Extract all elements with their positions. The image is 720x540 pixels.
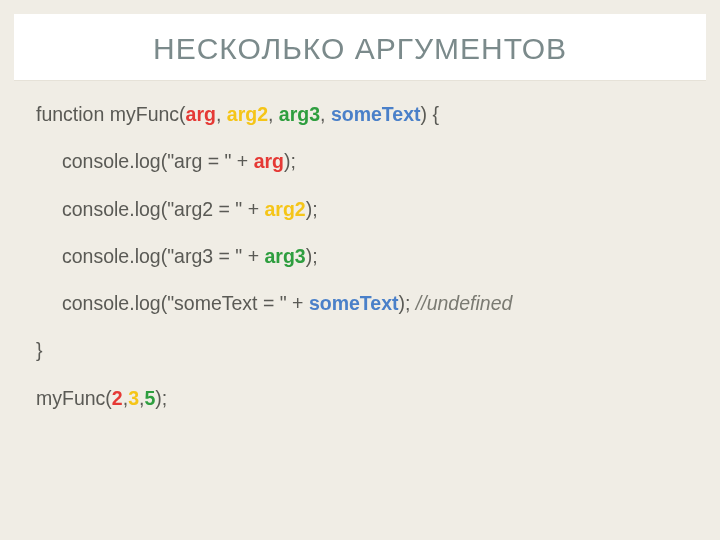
param-arg2: arg2 xyxy=(227,103,268,125)
code-line-log-sometext: console.log("someText = " + someText); /… xyxy=(36,290,686,317)
console-log: console.log( xyxy=(62,198,167,220)
string-literal: "someText = " xyxy=(167,292,287,314)
code-line-func-decl: function myFunc(arg, arg2, arg3, someTex… xyxy=(36,101,686,128)
console-log: console.log( xyxy=(62,245,167,267)
slide: НЕСКОЛЬКО АРГУМЕНТОВ function myFunc(arg… xyxy=(14,14,706,526)
comma: , xyxy=(320,103,331,125)
paren-close-semi: ); xyxy=(284,150,296,172)
param-arg: arg xyxy=(186,103,216,125)
code-line-log-arg: console.log("arg = " + arg); xyxy=(36,148,686,175)
call-arg1: 2 xyxy=(112,387,123,409)
plus: + xyxy=(242,198,264,220)
call-arg2: 3 xyxy=(128,387,139,409)
comma: , xyxy=(216,103,227,125)
string-literal: "arg = " xyxy=(167,150,231,172)
paren-close-semi: ); xyxy=(306,198,318,220)
paren-close-semi: ); xyxy=(155,387,167,409)
param-arg3: arg3 xyxy=(279,103,320,125)
func-name: myFunc xyxy=(110,103,179,125)
slide-title: НЕСКОЛЬКО АРГУМЕНТОВ xyxy=(34,32,686,66)
plus: + xyxy=(287,292,309,314)
code-line-call: myFunc(2,3,5); xyxy=(36,385,686,412)
paren-close-semi: ); xyxy=(399,292,411,314)
plus: + xyxy=(231,150,253,172)
string-literal: "arg3 = " xyxy=(167,245,242,267)
comment-undefined: //undefined xyxy=(416,292,513,314)
console-log: console.log( xyxy=(62,292,167,314)
code-line-log-arg2: console.log("arg2 = " + arg2); xyxy=(36,196,686,223)
var-arg: arg xyxy=(254,150,284,172)
call-name: myFunc( xyxy=(36,387,112,409)
brace-close: } xyxy=(36,339,43,361)
var-arg3: arg3 xyxy=(265,245,306,267)
keyword-function: function xyxy=(36,103,104,125)
var-arg2: arg2 xyxy=(265,198,306,220)
title-container: НЕСКОЛЬКО АРГУМЕНТОВ xyxy=(14,14,706,81)
call-arg3: 5 xyxy=(144,387,155,409)
string-literal: "arg2 = " xyxy=(167,198,242,220)
paren-close-brace: ) { xyxy=(420,103,438,125)
var-sometext: someText xyxy=(309,292,399,314)
console-log: console.log( xyxy=(62,150,167,172)
param-sometext: someText xyxy=(331,103,421,125)
paren-close-semi: ); xyxy=(306,245,318,267)
comma: , xyxy=(268,103,279,125)
code-line-close-brace: } xyxy=(36,337,686,364)
code-block: function myFunc(arg, arg2, arg3, someTex… xyxy=(14,101,706,412)
code-line-log-arg3: console.log("arg3 = " + arg3); xyxy=(36,243,686,270)
plus: + xyxy=(242,245,264,267)
